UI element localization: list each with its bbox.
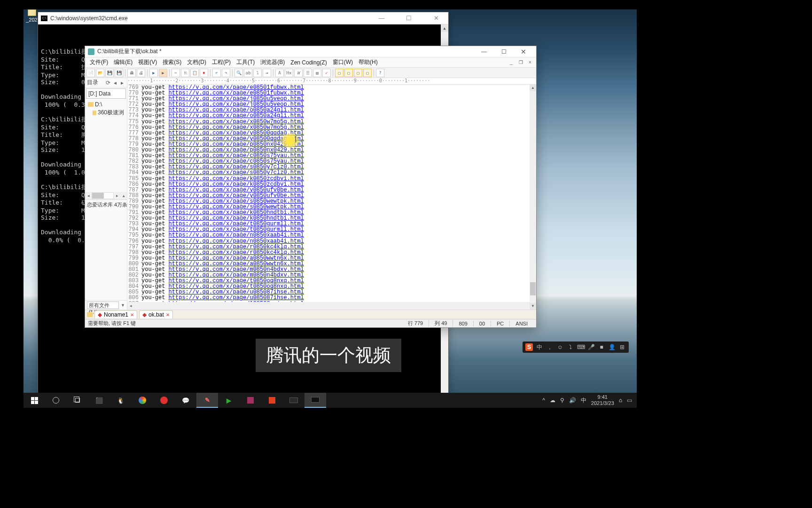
menu-view[interactable]: 视图(V) — [136, 57, 159, 67]
tray-ime-icon[interactable]: 中 — [581, 397, 586, 405]
taskbar-item[interactable]: ⬛ — [88, 393, 110, 408]
editor-titlebar[interactable]: C:\bilibili批量下载\ok.bat * — ☐ ✕ — [85, 46, 536, 57]
taskbar-item[interactable] — [240, 393, 261, 408]
taskbar-item[interactable]: ✎ — [196, 393, 218, 408]
sogou-ime-icon[interactable]: S — [525, 343, 533, 351]
file-filter-select[interactable]: 所有文件 (*.*) — [87, 302, 119, 309]
maximize-button[interactable]: ☐ — [399, 15, 418, 22]
linenumber-icon[interactable]: ☰ — [304, 69, 312, 77]
tray-cloud-icon[interactable]: ☁ — [550, 397, 555, 404]
paste-icon[interactable]: 📋 — [190, 69, 199, 77]
indent-icon[interactable]: ⇥ — [263, 69, 271, 77]
panel4-icon[interactable]: ▢ — [363, 69, 372, 77]
start-button[interactable] — [23, 393, 45, 408]
print-preview-icon[interactable]: 🖶 — [127, 69, 136, 77]
undo-icon[interactable]: ↶ — [212, 69, 221, 77]
refresh-icon[interactable]: ⟳ — [105, 79, 111, 86]
menu-edit[interactable]: 编辑(E) — [112, 57, 134, 67]
ime-menu-icon[interactable]: ⊞ — [618, 343, 626, 351]
scroll-up-icon[interactable]: ▲ — [530, 85, 536, 91]
font-color-icon[interactable]: A — [275, 69, 284, 77]
scroll-right-icon[interactable]: ▸ — [114, 193, 120, 198]
ime-lang-cn-icon[interactable]: 中 — [536, 343, 543, 351]
mdi-close-icon[interactable]: × — [527, 60, 533, 65]
search-button[interactable] — [45, 393, 67, 408]
editor-tab-noname[interactable]: ◆ Noname1 ✕ — [94, 310, 137, 318]
taskbar-item[interactable] — [283, 393, 304, 408]
save-all-icon[interactable]: 💾 — [115, 69, 123, 77]
scroll-left-icon[interactable]: ◂ — [127, 302, 134, 310]
menu-document[interactable]: 文档(D) — [185, 57, 208, 67]
goto-icon[interactable]: ⤵ — [253, 69, 262, 77]
maximize-button[interactable]: ☐ — [494, 47, 514, 57]
ime-user-icon[interactable]: 👤 — [608, 343, 616, 351]
taskbar-item[interactable]: 🐧 — [110, 393, 132, 408]
panel3-icon[interactable]: ▢ — [354, 69, 362, 77]
menu-help[interactable]: 帮助(H) — [357, 57, 380, 67]
minimize-button[interactable]: — — [372, 15, 391, 22]
help-icon[interactable]: ? — [376, 69, 384, 77]
nav-back-icon[interactable]: ◂ — [112, 79, 118, 86]
tab-folder-icon[interactable] — [87, 312, 93, 317]
tray-notifications-icon[interactable]: ▭ — [627, 397, 632, 404]
editor-vscrollbar[interactable]: ▲ ▼ — [530, 85, 536, 310]
ime-voice-icon[interactable]: 🎤 — [587, 343, 595, 351]
new-file-icon[interactable]: 📄 — [86, 69, 95, 77]
print-icon[interactable]: 🖨 — [137, 69, 145, 77]
scrollbar-thumb[interactable] — [92, 193, 104, 198]
menu-tools[interactable]: 工具(T) — [234, 57, 257, 67]
editor-hscrollbar[interactable]: ◂ ▸ — [127, 302, 536, 310]
ime-language-bar[interactable]: S 中 , ☺ ⤵ ⌨ 🎤 ■ 👤 ⊞ — [523, 341, 629, 353]
tree-item[interactable]: D:\ — [88, 101, 124, 108]
spell-icon[interactable]: ✓ — [322, 69, 331, 77]
tray-home-icon[interactable]: ⌂ — [619, 397, 622, 404]
scroll-left-icon[interactable]: ◂ — [85, 193, 92, 198]
task-view-button[interactable] — [67, 393, 88, 408]
menu-project[interactable]: 工程(P) — [210, 57, 233, 67]
ime-punct-icon[interactable]: , — [546, 343, 554, 351]
cmd-titlebar[interactable]: C:\windows\system32\cmd.exe — ☐ ✕ — [38, 12, 448, 24]
ruler-icon[interactable]: ▤ — [313, 69, 321, 77]
taskbar-item[interactable]: ▶ — [218, 393, 240, 408]
scrollbar-thumb[interactable] — [530, 282, 536, 295]
drive-selector[interactable]: [D:] Data — [86, 88, 126, 99]
wordwrap-icon[interactable]: W — [294, 69, 303, 77]
menu-browser[interactable]: 浏览器(B) — [258, 57, 287, 67]
taskbar-clock[interactable]: 9:41 2021/3/23 — [591, 394, 614, 406]
mdi-restore-icon[interactable]: ❐ — [517, 60, 524, 65]
minimize-button[interactable]: — — [474, 47, 494, 57]
save-icon[interactable]: 💾 — [105, 69, 114, 77]
ime-softkbd-icon[interactable]: ⌨ — [577, 343, 585, 351]
taskbar-item[interactable]: 💬 — [175, 393, 196, 408]
tab-close-icon[interactable]: ✕ — [166, 312, 170, 318]
cut-icon[interactable]: ✂ — [172, 69, 180, 77]
copy-icon[interactable]: ⎘ — [181, 69, 189, 77]
ime-emoji-icon[interactable]: ☺ — [556, 343, 564, 351]
folder-tree[interactable]: D:\ 360极速浏 — [85, 100, 127, 192]
sidebar-hscrollbar[interactable]: ◂ ▸ ▴ — [85, 192, 127, 199]
menu-window[interactable]: 窗口(W) — [331, 57, 355, 67]
menu-file[interactable]: 文件(F) — [88, 57, 110, 67]
panel2-icon[interactable]: ▢ — [344, 69, 353, 77]
nav-fwd-icon[interactable]: ▸ — [119, 79, 125, 86]
tray-volume-icon[interactable]: 🔊 — [569, 397, 576, 404]
taskbar-item[interactable] — [153, 393, 175, 408]
chevron-down-icon[interactable]: ▼ — [121, 303, 125, 308]
run-icon[interactable]: ▶ — [159, 69, 167, 77]
menu-zencoding[interactable]: Zen Coding(Z) — [289, 58, 328, 67]
tray-overflow-icon[interactable]: ^ — [542, 397, 545, 404]
panel1-icon[interactable]: ▢ — [335, 69, 344, 77]
taskbar-item[interactable] — [132, 393, 153, 408]
hex-icon[interactable]: Hx — [285, 69, 293, 77]
delete-icon[interactable]: ✖ — [200, 69, 208, 77]
scroll-down-icon[interactable]: ▼ — [530, 303, 536, 310]
desktop-folder-icon[interactable]: _202 — [26, 9, 38, 23]
ime-skin-icon[interactable]: ■ — [598, 343, 605, 351]
tree-item[interactable]: 360极速浏 — [88, 108, 124, 117]
sidebar-file-item[interactable]: 恋爱话术库 4万条 — [85, 199, 127, 210]
replace-icon[interactable]: ab — [244, 69, 252, 77]
close-button[interactable]: ✕ — [514, 47, 533, 57]
scroll-up-icon[interactable]: ▴ — [120, 193, 127, 198]
mdi-minimize-icon[interactable]: _ — [508, 60, 515, 65]
editor-code-area[interactable]: 769you-get https://v.qq.com/x/page/e0850… — [127, 85, 536, 302]
